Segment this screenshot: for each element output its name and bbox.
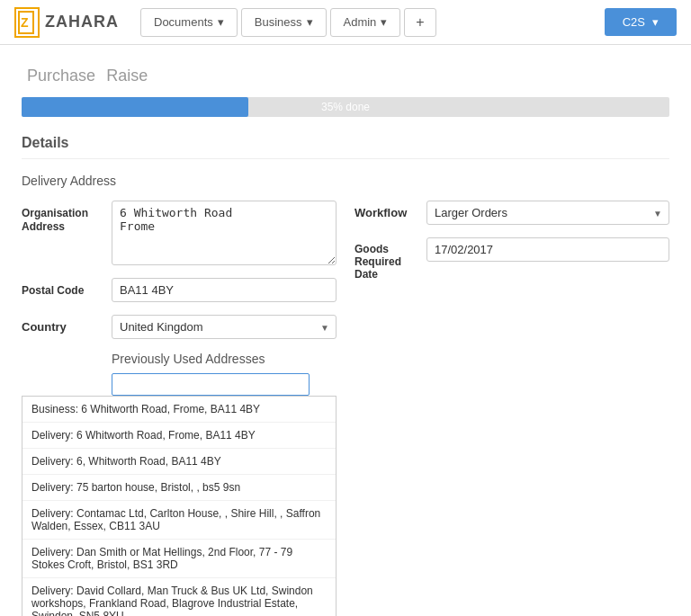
workflow-group: Workflow Larger Orders Standard Orders S… (354, 201, 669, 225)
brand: Z ZAHARA (14, 7, 119, 38)
form-left: Organisation Address 6 Whitworth Road Fr… (22, 201, 337, 616)
nav-right: C2S ▾ (605, 8, 677, 36)
country-group: Country United Kingdom United States Fra… (22, 315, 337, 339)
postal-code-label: Postal Code (22, 278, 112, 297)
address-search-input[interactable] (112, 373, 310, 396)
navbar: Z ZAHARA Documents ▾ Business ▾ Admin ▾ … (0, 0, 691, 45)
brand-icon: Z (14, 7, 40, 38)
org-address-input[interactable]: 6 Whitworth Road Frome (112, 201, 337, 265)
c2s-label: C2S (623, 15, 645, 29)
workflow-select[interactable]: Larger Orders Standard Orders Small Orde… (426, 201, 669, 225)
address-list-item[interactable]: Delivery: Contamac Ltd, Carlton House, ,… (22, 501, 336, 540)
prev-search-container (112, 373, 337, 396)
country-label: Country (22, 315, 112, 334)
previously-used-section: Previously Used Addresses Business: 6 Wh… (22, 352, 337, 616)
org-address-group: Organisation Address 6 Whitworth Road Fr… (22, 201, 337, 265)
details-section-title: Details (22, 135, 669, 159)
business-chevron-icon: ▾ (307, 15, 313, 29)
workflow-label: Workflow (354, 201, 426, 219)
workflow-select-wrapper: Larger Orders Standard Orders Small Orde… (426, 201, 669, 225)
svg-text:Z: Z (21, 15, 29, 30)
documents-menu[interactable]: Documents ▾ (140, 8, 238, 37)
business-menu[interactable]: Business ▾ (241, 8, 327, 37)
progress-bar-fill (22, 97, 248, 117)
business-label: Business (255, 15, 302, 29)
admin-menu[interactable]: Admin ▾ (330, 8, 401, 37)
brand-name: ZAHARA (45, 13, 119, 31)
nav-buttons: Documents ▾ Business ▾ Admin ▾ + (140, 8, 605, 37)
goods-date-label: Goods Required Date (354, 237, 426, 281)
progress-bar-container: 35% done (22, 97, 669, 117)
postal-code-input[interactable] (112, 278, 337, 302)
form-grid: Organisation Address 6 Whitworth Road Fr… (22, 201, 669, 616)
address-list-item[interactable]: Delivery: Dan Smith or Mat Hellings, 2nd… (22, 540, 336, 578)
c2s-button[interactable]: C2S ▾ (605, 8, 677, 36)
progress-label: 35% done (321, 101, 370, 113)
country-select[interactable]: United Kingdom United States France Germ… (112, 315, 337, 339)
country-select-wrapper: United Kingdom United States France Germ… (112, 315, 337, 339)
admin-chevron-icon: ▾ (381, 15, 387, 29)
address-list-item[interactable]: Delivery: 6 Whitworth Road, Frome, BA11 … (22, 423, 336, 449)
delivery-section-title: Delivery Address (22, 174, 669, 188)
address-list-item[interactable]: Delivery: 6, Whitworth Road, BA11 4BY (22, 449, 336, 475)
page-title: Purchase Raise (22, 63, 669, 86)
address-list-item[interactable]: Business: 6 Whitworth Road, Frome, BA11 … (22, 397, 336, 423)
address-list: Business: 6 Whitworth Road, Frome, BA11 … (22, 396, 337, 616)
org-address-label: Organisation Address (22, 201, 112, 233)
documents-chevron-icon: ▾ (218, 15, 224, 29)
documents-label: Documents (154, 15, 213, 29)
add-button[interactable]: + (404, 8, 435, 37)
goods-date-group: Goods Required Date (354, 237, 669, 281)
goods-date-input[interactable] (426, 237, 669, 262)
address-list-item[interactable]: Delivery: 75 barton house, Bristol, , bs… (22, 475, 336, 501)
address-list-item[interactable]: Delivery: David Collard, Man Truck & Bus… (22, 578, 336, 616)
postal-code-group: Postal Code (22, 278, 337, 302)
form-right: Workflow Larger Orders Standard Orders S… (354, 201, 669, 616)
c2s-chevron-icon: ▾ (652, 15, 659, 29)
main-content: Purchase Raise 35% done Details Delivery… (0, 45, 691, 616)
prev-addresses-title: Previously Used Addresses (112, 352, 337, 366)
admin-label: Admin (344, 15, 377, 29)
